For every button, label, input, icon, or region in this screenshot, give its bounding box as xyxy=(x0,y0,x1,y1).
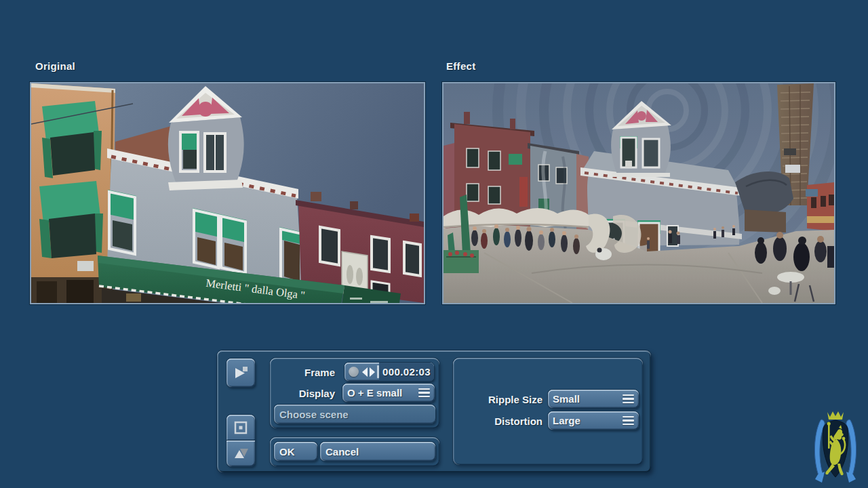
effect-viewer xyxy=(442,82,835,304)
confirm-group: OK Cancel xyxy=(270,437,439,466)
distortion-label: Distortion xyxy=(456,412,542,430)
screen: Original Effect xyxy=(0,0,868,488)
choose-scene-button[interactable]: Choose scene xyxy=(274,405,435,424)
frame-label: Frame xyxy=(270,363,335,382)
distortion-value: Large xyxy=(553,415,580,426)
ok-button[interactable]: OK xyxy=(274,442,317,461)
lion-crest-icon xyxy=(807,409,864,487)
original-photo: Merletti " dalla Olga " xyxy=(31,83,424,303)
menu-icon xyxy=(418,388,430,398)
app-logo xyxy=(807,409,864,488)
ripple-size-dropdown[interactable]: Small xyxy=(548,390,639,408)
frame-control[interactable]: 000.02:03 xyxy=(344,363,434,381)
menu-icon xyxy=(623,394,634,404)
scrub-arrows-icon xyxy=(362,367,375,377)
up-down-triangles-icon xyxy=(232,445,250,462)
preview-play-button[interactable] xyxy=(226,359,255,387)
display-dropdown-value: O + E small xyxy=(347,387,402,399)
effect-haze-overlay xyxy=(443,83,834,303)
distortion-dropdown[interactable]: Large xyxy=(548,411,639,430)
original-viewer: Merletti " dalla Olga " xyxy=(30,82,425,304)
cancel-button[interactable]: Cancel xyxy=(320,442,435,461)
menu-icon xyxy=(623,416,634,426)
original-viewer-label: Original xyxy=(35,60,75,72)
choose-scene-label: Choose scene xyxy=(279,409,349,420)
cancel-label: Cancel xyxy=(326,446,359,458)
effect-photo xyxy=(443,83,834,303)
display-label: Display xyxy=(270,384,335,403)
swap-view-button[interactable] xyxy=(226,441,255,466)
ripple-size-value: Small xyxy=(553,393,580,405)
record-dot-icon xyxy=(349,367,359,377)
display-dropdown[interactable]: O + E small xyxy=(342,384,435,402)
ok-label: OK xyxy=(279,446,295,458)
effect-viewer-label: Effect xyxy=(446,60,475,72)
effect-params-group: Ripple Size Small Distortion Large xyxy=(453,358,643,465)
scene-settings-group: Frame 000.02:03 Display O + E small Choo… xyxy=(270,358,439,428)
frame-timecode: 000.02:03 xyxy=(379,363,434,381)
control-panel: Frame 000.02:03 Display O + E small Choo… xyxy=(217,350,651,472)
play-icon xyxy=(232,364,250,382)
square-in-square-icon xyxy=(233,420,249,436)
ripple-size-label: Ripple Size xyxy=(456,390,542,409)
display-mode-button[interactable] xyxy=(226,415,255,441)
